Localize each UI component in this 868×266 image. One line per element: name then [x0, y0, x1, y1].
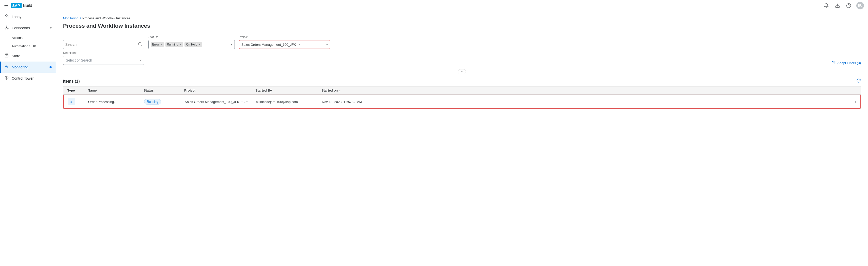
header-left: ☰ SAP Build: [4, 3, 32, 8]
chevron-down-icon: ▾: [50, 26, 52, 30]
sidebar-item-monitoring[interactable]: Monitoring: [0, 62, 56, 73]
sidebar-label-monitoring: Monitoring: [12, 65, 45, 69]
sidebar-item-automation-sdk[interactable]: Automation SDK: [0, 42, 56, 50]
layout: Lobby Connectors ▾ Actions Aut: [0, 11, 868, 266]
project-select-value: Sales Orders Management_100_JFK: [241, 43, 296, 47]
definition-select[interactable]: Select or Search ▾: [63, 56, 144, 65]
monitoring-icon: [4, 65, 9, 70]
breadcrumb-separator: /: [80, 16, 81, 20]
svg-point-10: [6, 77, 7, 78]
search-wrapper[interactable]: [63, 40, 144, 49]
sidebar-item-connectors[interactable]: Connectors ▾: [0, 22, 56, 34]
breadcrumb: Monitoring / Process and Workflow Instan…: [63, 16, 861, 20]
svg-point-11: [138, 42, 141, 45]
sidebar-item-control-tower[interactable]: Control Tower: [0, 73, 56, 84]
status-filter-label: Status:: [148, 35, 235, 39]
status-chevron-icon: ▾: [231, 43, 232, 46]
definition-filter-group: Definition: Select or Search ▾: [63, 51, 144, 65]
table-header: Type Name Status Project Started By: [63, 86, 861, 95]
main-content: Monitoring / Process and Workflow Instan…: [56, 11, 868, 266]
project-chevron-icon: ▾: [326, 43, 328, 46]
definition-placeholder: Select or Search: [66, 58, 92, 62]
sidebar-item-lobby[interactable]: Lobby: [0, 11, 56, 22]
adapt-filters-button[interactable]: Adapt Filters (3): [832, 61, 861, 65]
col-project: Project: [184, 88, 255, 92]
status-tag-running-remove[interactable]: ✕: [179, 43, 181, 46]
status-tag-onhold-remove[interactable]: ✕: [198, 43, 200, 46]
store-icon: [4, 53, 9, 58]
cell-name: Order Processing.: [88, 100, 144, 104]
content-area: Monitoring / Process and Workflow Instan…: [56, 11, 868, 116]
type-icon: »: [68, 98, 75, 105]
sidebar-item-actions[interactable]: Actions: [0, 34, 56, 42]
svg-line-8: [7, 27, 8, 28]
col-status: Status: [144, 88, 184, 92]
connectors-icon: [4, 25, 9, 31]
col-type: Type: [67, 88, 88, 92]
svg-point-5: [5, 28, 6, 29]
sap-logo: SAP Build: [11, 3, 32, 8]
svg-point-3: [6, 26, 7, 27]
status-filter-group: Status: Error ✕ Running ✕ On Hold ✕: [148, 35, 235, 49]
sort-icon[interactable]: ≡: [339, 89, 340, 92]
page-title: Process and Workflow Instances: [63, 23, 861, 29]
search-filter-group: [63, 40, 144, 49]
project-name: Sales Orders Management_100_JFK: [185, 100, 239, 104]
cell-started-on: Nov 13, 2023, 11:57:28 AM ›: [322, 100, 856, 104]
sidebar-label-store: Store: [12, 54, 52, 58]
hamburger-icon[interactable]: ☰: [4, 3, 8, 8]
project-select[interactable]: Sales Orders Management_100_JFK ✕ ▾: [239, 40, 330, 49]
svg-line-12: [141, 45, 142, 46]
status-badge: Running: [144, 99, 161, 105]
help-icon[interactable]: [845, 2, 852, 9]
collapse-button[interactable]: [458, 69, 466, 74]
project-filter-group: Project: Sales Orders Management_100_JFK…: [239, 35, 330, 49]
monitoring-dot: [50, 66, 52, 68]
user-avatar[interactable]: BU: [856, 2, 864, 9]
download-icon[interactable]: [834, 2, 841, 9]
table-wrapper: Type Name Status Project Started By: [63, 86, 861, 109]
definition-row: Definition: Select or Search ▾ Adapt Fil…: [63, 51, 861, 65]
status-tag-running[interactable]: Running ✕: [165, 42, 183, 47]
cell-status: Running: [144, 99, 185, 105]
sidebar-label-control-tower: Control Tower: [12, 76, 52, 80]
table-row[interactable]: » Order Processing. Running Sales Orders…: [63, 95, 861, 109]
header-right: BU: [823, 2, 864, 9]
project-select-remove[interactable]: ✕: [299, 43, 301, 46]
items-count-title: Items (1): [63, 79, 80, 84]
search-icon: [138, 42, 142, 47]
cell-project: Sales Orders Management_100_JFK 1.0.0: [185, 100, 256, 104]
svg-line-7: [5, 27, 7, 28]
sidebar-label-connectors: Connectors: [12, 26, 48, 30]
sidebar-label-automation-sdk: Automation SDK: [12, 44, 36, 48]
sidebar-label-lobby: Lobby: [12, 15, 52, 19]
refresh-icon[interactable]: [856, 78, 861, 84]
cell-type: »: [68, 98, 88, 105]
svg-point-16: [832, 62, 833, 62]
top-header: ☰ SAP Build BU: [0, 0, 868, 11]
cell-started-by: buildcodejam-100@sap.com: [256, 100, 322, 104]
breadcrumb-current: Process and Workflow Instances: [82, 16, 130, 20]
sap-logo-box: SAP: [11, 3, 22, 8]
sidebar: Lobby Connectors ▾ Actions Aut: [0, 11, 56, 266]
notification-icon[interactable]: [823, 2, 830, 9]
adapt-filters-label: Adapt Filters (3): [838, 61, 861, 65]
project-version: 1.0.0: [241, 100, 247, 104]
svg-point-6: [7, 28, 8, 29]
col-name: Name: [88, 88, 144, 92]
sidebar-item-store[interactable]: Store: [0, 50, 56, 62]
status-tag-onhold[interactable]: On Hold ✕: [184, 42, 202, 47]
status-tag-error[interactable]: Error ✕: [151, 42, 164, 47]
status-select[interactable]: Error ✕ Running ✕ On Hold ✕ ▾: [148, 40, 235, 49]
collapse-bar: [63, 68, 861, 75]
home-icon: [4, 14, 9, 19]
breadcrumb-parent[interactable]: Monitoring: [63, 16, 79, 20]
status-tag-error-remove[interactable]: ✕: [160, 43, 162, 46]
sap-build-text: Build: [23, 3, 32, 8]
search-input[interactable]: [65, 42, 138, 47]
filters-row: Status: Error ✕ Running ✕ On Hold ✕: [63, 35, 861, 49]
definition-chevron-icon: ▾: [140, 58, 142, 62]
col-started-on: Started on ≡: [321, 88, 857, 92]
items-header: Items (1): [63, 78, 861, 84]
row-navigate-icon[interactable]: ›: [855, 100, 856, 104]
